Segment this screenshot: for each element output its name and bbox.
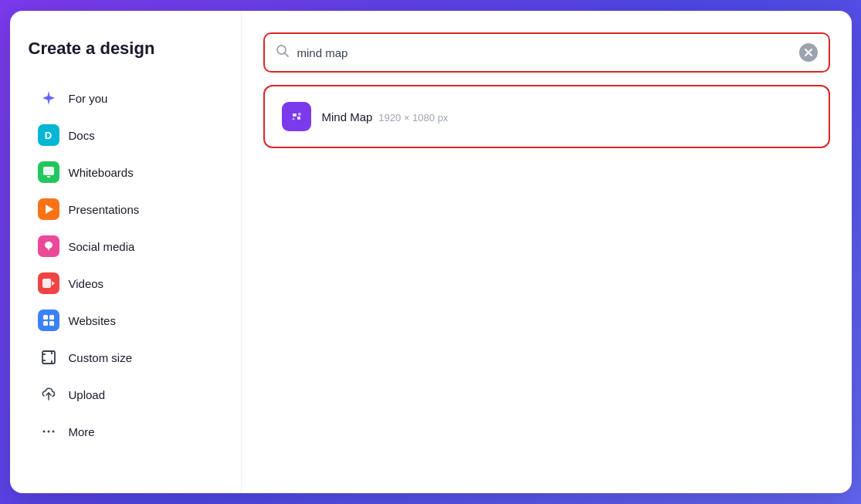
svg-rect-8 — [49, 321, 54, 326]
svg-rect-7 — [43, 321, 48, 326]
main-content: Mind Map 1920 × 1080 px — [242, 11, 852, 493]
sparkle-icon — [38, 87, 59, 109]
more-icon — [38, 421, 59, 442]
sidebar-item-label-docs: Docs — [69, 129, 95, 142]
mind-map-icon — [282, 102, 311, 131]
sidebar-item-label-upload: Upload — [69, 388, 106, 401]
svg-point-23 — [298, 113, 301, 116]
sidebar-item-label-videos: Videos — [69, 277, 104, 290]
create-design-modal: Create a design For you D Docs — [10, 11, 852, 493]
modal-title: Create a design — [29, 39, 222, 59]
svg-rect-0 — [43, 167, 54, 175]
sidebar-item-label-presentations: Presentations — [69, 203, 140, 216]
svg-rect-5 — [43, 315, 48, 320]
svg-point-24 — [292, 118, 294, 120]
sidebar-item-whiteboards[interactable]: Whiteboards — [29, 154, 222, 190]
upload-icon — [38, 384, 59, 405]
sidebar-item-websites[interactable]: Websites — [29, 303, 222, 338]
sidebar-item-social-media[interactable]: Social media — [29, 228, 222, 264]
search-results: Mind Map 1920 × 1080 px — [263, 85, 830, 148]
search-clear-button[interactable] — [799, 43, 818, 62]
result-name: Mind Map — [322, 110, 373, 123]
search-icon — [276, 44, 290, 62]
svg-rect-1 — [47, 176, 50, 178]
svg-rect-9 — [42, 351, 55, 364]
svg-rect-22 — [290, 111, 303, 122]
sidebar-item-more[interactable]: More — [29, 414, 222, 449]
sidebar: Create a design For you D Docs — [10, 11, 242, 493]
whiteboards-icon — [38, 161, 59, 183]
docs-icon: D — [38, 124, 59, 146]
social-media-icon — [38, 235, 59, 257]
svg-marker-2 — [46, 205, 53, 214]
sidebar-item-label-websites: Websites — [69, 314, 116, 327]
svg-rect-6 — [49, 315, 54, 320]
svg-point-15 — [42, 431, 45, 433]
sidebar-item-for-you[interactable]: For you — [29, 80, 222, 116]
svg-rect-3 — [42, 279, 51, 288]
custom-size-icon — [38, 347, 59, 368]
sidebar-item-upload[interactable]: Upload — [29, 377, 222, 412]
result-item-mind-map[interactable]: Mind Map 1920 × 1080 px — [277, 96, 816, 137]
sidebar-item-label-more: More — [69, 425, 95, 438]
search-bar — [263, 32, 830, 73]
websites-icon — [38, 310, 59, 331]
result-text: Mind Map 1920 × 1080 px — [322, 110, 449, 123]
sidebar-item-docs[interactable]: D Docs — [29, 117, 222, 153]
sidebar-item-custom-size[interactable]: Custom size — [29, 340, 222, 375]
svg-marker-4 — [52, 281, 55, 286]
svg-point-16 — [47, 431, 49, 433]
search-input[interactable] — [297, 46, 792, 59]
result-dims: 1920 × 1080 px — [378, 112, 448, 123]
presentations-icon — [38, 198, 59, 220]
svg-point-17 — [52, 431, 54, 433]
sidebar-item-label-social-media: Social media — [69, 240, 135, 253]
sidebar-item-presentations[interactable]: Presentations — [29, 191, 222, 227]
sidebar-nav: For you D Docs Whiteboards — [29, 80, 222, 449]
sidebar-item-videos[interactable]: Videos — [29, 266, 222, 301]
sidebar-item-label-for-you: For you — [69, 92, 108, 105]
videos-icon — [38, 272, 59, 294]
sidebar-item-label-custom-size: Custom size — [69, 351, 133, 364]
sidebar-item-label-whiteboards: Whiteboards — [69, 166, 134, 179]
svg-line-19 — [284, 52, 288, 56]
